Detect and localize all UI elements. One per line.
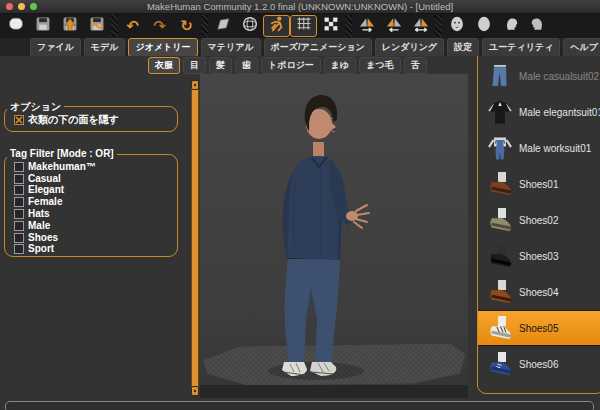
wireframe-button[interactable] — [236, 15, 263, 37]
symmetry-right-button[interactable] — [353, 15, 380, 37]
zoom-button[interactable] — [30, 3, 37, 10]
menu-tab-settings[interactable]: 設定 — [447, 38, 479, 56]
sub-tab-topology[interactable]: トポロジー — [261, 57, 321, 74]
clothes-item-label: Shoes05 — [519, 323, 558, 334]
sub-tab-teeth[interactable]: 歯 — [235, 57, 258, 74]
thumbnail-shoes04 — [487, 278, 513, 306]
tag-checkbox-casual[interactable] — [14, 174, 24, 184]
clothes-item-label: Shoes03 — [519, 251, 558, 262]
grid-button[interactable] — [290, 15, 317, 37]
character-model — [268, 95, 369, 380]
symmetry-left-button[interactable] — [380, 15, 407, 37]
toolbar-separator — [201, 15, 208, 37]
redo-button[interactable]: ↷ — [146, 15, 173, 37]
clothes-item-shoes06[interactable]: Shoes06 — [478, 346, 600, 382]
head-side-right-button[interactable] — [497, 15, 524, 37]
body-view-button[interactable] — [470, 15, 497, 37]
menu-tab-utilities[interactable]: ユーティリティ — [482, 38, 560, 56]
viewport-3d[interactable] — [200, 74, 468, 398]
clothes-item-shoes02[interactable]: Shoes02 — [478, 202, 600, 238]
left-panel: オプション 衣類の下の面を隠す Tag Filter [Mode : OR] M… — [0, 74, 190, 410]
tag-checkbox-row-hats[interactable]: Hats — [5, 208, 177, 220]
menu-tab-help[interactable]: ヘルプ — [563, 38, 600, 56]
bottom-scrollbar[interactable] — [5, 401, 594, 410]
right-panel: Male casualsuit02Male elegantsuit01Male … — [468, 56, 600, 410]
tag-checkbox-row-male[interactable]: Male — [5, 220, 177, 232]
sub-tab-eyes[interactable]: 目 — [183, 57, 206, 74]
undo-button[interactable]: ↶ — [119, 15, 146, 37]
sub-tab-clothes[interactable]: 衣服 — [148, 57, 180, 74]
tag-checkbox-sport[interactable] — [14, 244, 24, 254]
tag-checkbox-row-sport[interactable]: Sport — [5, 244, 177, 256]
menu-tab-material[interactable]: マテリアル — [201, 38, 261, 56]
panel-splitter[interactable] — [191, 80, 199, 396]
window-title: MakeHuman Community 1.2.0 final (UNKNOWN… — [0, 0, 600, 13]
sub-tab-eyelashes[interactable]: まつ毛 — [359, 57, 400, 74]
tag-checkbox-shoes[interactable] — [14, 233, 24, 243]
splitter-handle-bottom[interactable] — [191, 386, 199, 396]
tag-checkbox-row-shoes[interactable]: Shoes — [5, 232, 177, 244]
new-document-button[interactable] — [2, 15, 29, 37]
menu-tab-model[interactable]: モデル — [84, 38, 126, 56]
save-button[interactable] — [29, 15, 56, 37]
thumbnail-shoes02 — [487, 206, 513, 234]
load-button[interactable] — [56, 15, 83, 37]
clothes-item-label: Shoes01 — [519, 179, 558, 190]
wireframe-icon — [241, 15, 259, 37]
clothes-item-shoes01[interactable]: Shoes01 — [478, 166, 600, 202]
clothes-item-shoes04[interactable]: Shoes04 — [478, 274, 600, 310]
tag-checkbox-makehuman[interactable] — [14, 162, 24, 172]
minimize-button[interactable] — [18, 3, 25, 10]
tag-checkbox-row-elegant[interactable]: Elegant — [5, 185, 177, 197]
pose-skeleton-icon — [268, 15, 286, 37]
tag-checkbox-row-female[interactable]: Female — [5, 196, 177, 208]
menu-tab-geometry[interactable]: ジオメトリー — [128, 38, 197, 56]
traffic-lights — [6, 3, 37, 10]
face-view-button[interactable] — [443, 15, 470, 37]
close-button[interactable] — [6, 3, 13, 10]
symmetry-left-icon — [385, 15, 403, 37]
clothes-item-male-worksuit01[interactable]: Male worksuit01 — [478, 130, 600, 166]
viewport-canvas — [200, 74, 468, 398]
clothes-item-shoes05[interactable]: Shoes05 — [478, 310, 600, 346]
tag-checkbox-row-makehuman[interactable]: Makehuman™ — [5, 161, 177, 173]
thumbnail-shoes06 — [487, 350, 513, 378]
sub-tab-eyebrows[interactable]: まゆ — [324, 57, 356, 74]
splitter-handle-top[interactable] — [191, 80, 199, 90]
clothes-item-male-casualsuit02[interactable]: Male casualsuit02 — [478, 58, 600, 94]
menu-tab-file[interactable]: ファイル — [30, 38, 81, 56]
tag-checkbox-hats[interactable] — [14, 209, 24, 219]
tag-checkbox-female[interactable] — [14, 197, 24, 207]
redo-icon: ↷ — [153, 17, 166, 35]
clothes-item-male-elegantsuit01[interactable]: Male elegantsuit01 — [478, 94, 600, 130]
hide-faces-checkbox-row[interactable]: 衣類の下の面を隠す — [5, 114, 177, 126]
menu-tab-rendering[interactable]: レンダリング — [375, 38, 444, 56]
export-icon — [88, 15, 106, 37]
symmetry-both-button[interactable] — [407, 15, 434, 37]
tag-checkbox-elegant[interactable] — [14, 185, 24, 195]
smooth-shading-icon — [214, 15, 232, 37]
menu-tab-pose-animation[interactable]: ポーズ/アニメーション — [264, 38, 372, 56]
clothes-item-label: Shoes04 — [519, 287, 558, 298]
clothes-item-label: Shoes06 — [519, 359, 558, 370]
pose-skeleton-button[interactable] — [263, 15, 290, 37]
background-checker-button[interactable] — [317, 15, 344, 37]
export-button[interactable] — [83, 15, 110, 37]
hide-faces-checkbox[interactable] — [14, 115, 24, 125]
smooth-shading-button[interactable] — [209, 15, 236, 37]
tag-filter-list: Makehuman™CasualElegantFemaleHatsMaleSho… — [5, 155, 177, 255]
new-document-icon — [7, 15, 25, 37]
tag-checkbox-label: Female — [28, 197, 62, 207]
sub-tab-hair[interactable]: 髪 — [209, 57, 232, 74]
tag-checkbox-row-casual[interactable]: Casual — [5, 173, 177, 185]
options-group: オプション 衣類の下の面を隠す — [4, 106, 178, 132]
tag-checkbox-male[interactable] — [14, 221, 24, 231]
thumbnail-male-elegantsuit01 — [487, 98, 513, 126]
clothes-item-shoes03[interactable]: Shoes03 — [478, 238, 600, 274]
head-side-left-button[interactable] — [524, 15, 551, 37]
thumbnail-shoes05 — [487, 314, 513, 342]
titlebar: MakeHuman Community 1.2.0 final (UNKNOWN… — [0, 0, 600, 14]
sub-tab-tongue[interactable]: 舌 — [404, 57, 427, 74]
reload-button[interactable]: ↻ — [173, 15, 200, 37]
viewport-bottom-band — [200, 385, 468, 398]
